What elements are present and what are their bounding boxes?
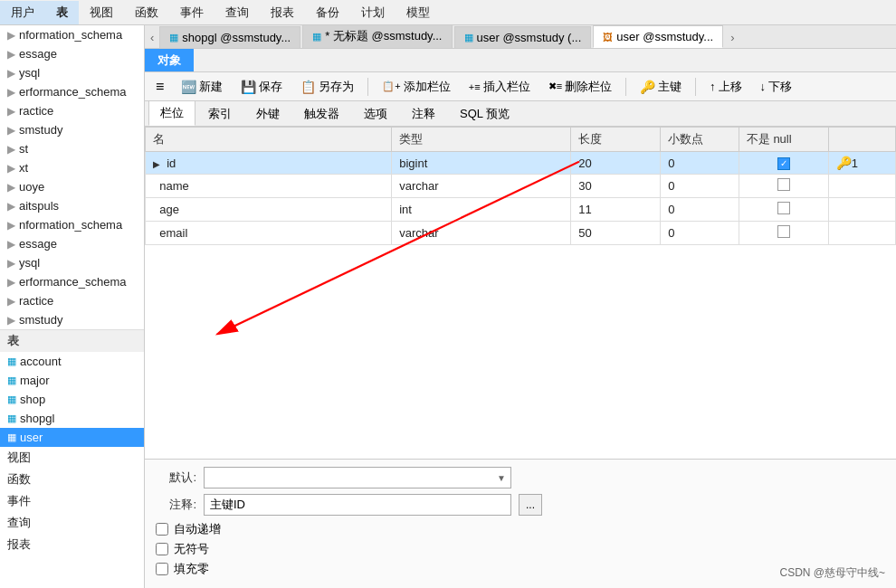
- primary-key-button[interactable]: 🔑 主键: [634, 76, 688, 98]
- cell-name[interactable]: email: [146, 222, 392, 245]
- tab-untitled[interactable]: ▦ * 无标题 @ssmstudy...: [302, 25, 452, 48]
- sidebar-item-message-2[interactable]: ▶ essage: [0, 234, 144, 253]
- cell-decimal[interactable]: 0: [661, 198, 739, 222]
- sidebar-section-table: 表: [0, 329, 144, 352]
- cell-type[interactable]: int: [392, 198, 571, 222]
- sidebar-item-function[interactable]: 函数: [0, 469, 144, 490]
- sub-tab-triggers[interactable]: 触发器: [292, 101, 351, 126]
- sidebar-item-mysql-1[interactable]: ▶ ysql: [0, 63, 144, 82]
- cell-notnull[interactable]: [739, 222, 828, 245]
- menu-table[interactable]: 表: [45, 1, 79, 24]
- cell-decimal[interactable]: 0: [661, 175, 739, 198]
- cell-length[interactable]: 11: [571, 198, 661, 222]
- object-tab[interactable]: 对象: [145, 49, 194, 71]
- cell-length[interactable]: 20: [571, 152, 661, 175]
- sidebar-item-query[interactable]: 查询: [0, 512, 144, 534]
- move-up-icon: ↑: [710, 80, 716, 93]
- sidebar-item-performance-2[interactable]: ▶ erformance_schema: [0, 272, 144, 291]
- cell-notnull[interactable]: ✓: [739, 152, 828, 175]
- sidebar-item-uoye[interactable]: ▶ uoye: [0, 177, 144, 196]
- cell-length[interactable]: 50: [571, 222, 661, 245]
- sidebar-item-information-schema-1[interactable]: ▶ nformation_schema: [0, 25, 144, 44]
- cell-decimal[interactable]: 0: [661, 222, 739, 245]
- sub-tab-options[interactable]: 选项: [352, 101, 399, 126]
- hamburger-button[interactable]: ≡: [150, 77, 169, 97]
- menu-plan[interactable]: 计划: [350, 1, 396, 24]
- cell-notnull[interactable]: [739, 175, 828, 198]
- cell-key: [828, 175, 895, 198]
- zerofill-checkbox[interactable]: [156, 563, 168, 575]
- object-tab-bar: 对象: [145, 49, 896, 72]
- cell-type[interactable]: varchar: [392, 175, 571, 198]
- sidebar-item-practice-1[interactable]: ▶ ractice: [0, 101, 144, 120]
- default-select[interactable]: [204, 467, 511, 488]
- sidebar-item-shopgl[interactable]: ▦ shopgl: [0, 409, 144, 428]
- insert-col-button[interactable]: +≡ 插入栏位: [462, 76, 537, 98]
- tab-nav-left[interactable]: ‹: [145, 27, 159, 48]
- tab-user-2[interactable]: 🖼 user @ssmstudy...: [593, 25, 723, 48]
- sidebar-item-mysql-2[interactable]: ▶ ysql: [0, 253, 144, 272]
- table-icon-major: ▦: [7, 375, 16, 386]
- checkbox-unchecked-icon: [777, 225, 790, 238]
- sidebar-item-shop[interactable]: ▦ shop: [0, 390, 144, 409]
- sidebar-item-aitspuls[interactable]: ▶ aitspuls: [0, 196, 144, 215]
- checkbox-unchecked-icon: [777, 178, 790, 191]
- sidebar-item-user[interactable]: ▦ user: [0, 428, 144, 447]
- sub-tab-columns[interactable]: 栏位: [148, 100, 195, 126]
- menu-users[interactable]: 用户: [0, 1, 45, 24]
- sidebar-item-xt[interactable]: ▶ xt: [0, 158, 144, 177]
- delete-col-button[interactable]: ✖≡ 删除栏位: [542, 76, 618, 98]
- col-header-length: 长度: [571, 128, 661, 152]
- unsigned-checkbox[interactable]: [156, 543, 168, 555]
- comment-input[interactable]: [204, 494, 511, 516]
- menu-query[interactable]: 查询: [214, 1, 260, 24]
- sub-tab-indexes[interactable]: 索引: [196, 101, 243, 126]
- tab-shopgl[interactable]: ▦ shopgl @ssmstudy...: [159, 26, 300, 48]
- move-down-button[interactable]: ↓ 下移: [754, 76, 799, 98]
- auto-increment-checkbox[interactable]: [156, 523, 168, 536]
- cell-name[interactable]: age: [146, 198, 392, 222]
- menu-model[interactable]: 模型: [396, 1, 441, 24]
- new-button[interactable]: 🆕 新建: [175, 76, 229, 98]
- tab-user-1[interactable]: ▦ user @ssmstudy (...: [454, 26, 592, 48]
- save-as-button[interactable]: 📋 另存为: [294, 76, 360, 98]
- sub-tab-foreign-keys[interactable]: 外键: [244, 101, 291, 126]
- menu-report[interactable]: 报表: [260, 1, 305, 24]
- cell-type[interactable]: varchar: [392, 222, 571, 245]
- menu-event[interactable]: 事件: [169, 1, 214, 24]
- sidebar-item-performance-1[interactable]: ▶ erformance_schema: [0, 82, 144, 101]
- table-row[interactable]: ▶ id bigint 20 0 ✓ 🔑1: [146, 152, 896, 175]
- tab-nav-right[interactable]: ›: [725, 27, 739, 48]
- sidebar-item-account[interactable]: ▦ account: [0, 352, 144, 371]
- save-button[interactable]: 💾 保存: [234, 76, 289, 98]
- sidebar-item-major[interactable]: ▦ major: [0, 371, 144, 390]
- menu-view[interactable]: 视图: [79, 1, 124, 24]
- cell-length[interactable]: 30: [571, 175, 661, 198]
- sidebar-item-event[interactable]: 事件: [0, 490, 144, 512]
- delete-col-icon: ✖≡: [548, 81, 562, 92]
- cell-decimal[interactable]: 0: [661, 152, 739, 175]
- sidebar-item-smstudy-1[interactable]: ▶ smstudy: [0, 120, 144, 139]
- menu-function[interactable]: 函数: [124, 1, 169, 24]
- sidebar-item-report[interactable]: 报表: [0, 534, 144, 555]
- add-col-button[interactable]: 📋+ 添加栏位: [376, 76, 456, 98]
- move-up-button[interactable]: ↑ 上移: [703, 76, 748, 98]
- table-row[interactable]: email varchar 50 0: [146, 222, 896, 245]
- table-row[interactable]: name varchar 30 0: [146, 175, 896, 198]
- sidebar-item-practice-2[interactable]: ▶ ractice: [0, 291, 144, 310]
- sidebar-item-smstudy-2[interactable]: ▶ smstudy: [0, 310, 144, 329]
- sidebar-item-view[interactable]: 视图: [0, 447, 144, 469]
- sub-tab-comment[interactable]: 注释: [400, 101, 447, 126]
- column-table: 名 类型 长度 小数点 不是 null ▶: [145, 127, 896, 245]
- menu-backup[interactable]: 备份: [305, 1, 350, 24]
- sidebar-item-information-schema-2[interactable]: ▶ nformation_schema: [0, 215, 144, 234]
- sidebar-item-st[interactable]: ▶ st: [0, 139, 144, 158]
- cell-type[interactable]: bigint: [392, 152, 571, 175]
- sub-tab-sql-preview[interactable]: SQL 预览: [448, 101, 521, 126]
- comment-ellipsis-button[interactable]: ...: [519, 494, 542, 516]
- cell-notnull[interactable]: [739, 198, 828, 222]
- cell-name[interactable]: name: [146, 175, 392, 198]
- sidebar-item-message-1[interactable]: ▶ essage: [0, 44, 144, 63]
- sidebar: ▶ nformation_schema ▶ essage ▶ ysql ▶ er…: [0, 25, 145, 588]
- table-row[interactable]: age int 11 0: [146, 198, 896, 222]
